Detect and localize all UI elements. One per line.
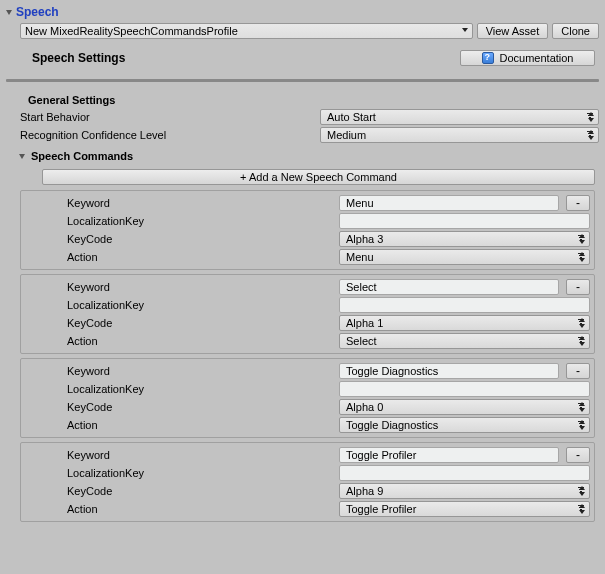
dropdown-handle-icon	[588, 130, 594, 140]
keyword-input[interactable]: Toggle Profiler	[339, 447, 559, 463]
confidence-label: Recognition Confidence Level	[6, 129, 316, 141]
action-dropdown[interactable]: Toggle Profiler	[339, 501, 590, 517]
confidence-dropdown[interactable]: Medium	[320, 127, 599, 143]
view-asset-button[interactable]: View Asset	[477, 23, 549, 39]
dropdown-handle-icon	[579, 402, 585, 412]
remove-command-button[interactable]: -	[566, 447, 590, 463]
divider	[6, 79, 599, 82]
dropdown-handle-icon	[579, 486, 585, 496]
speech-title: Speech	[16, 5, 59, 19]
speech-header[interactable]: Speech	[6, 3, 599, 21]
speech-command-block: Keyword Toggle Profiler - LocalizationKe…	[20, 442, 595, 522]
action-dropdown[interactable]: Toggle Diagnostics	[339, 417, 590, 433]
keyword-label: Keyword	[25, 197, 335, 209]
settings-title: Speech Settings	[10, 51, 460, 65]
profile-object-field[interactable]: New MixedRealitySpeechCommandsProfile	[20, 23, 473, 39]
start-behavior-dropdown[interactable]: Auto Start	[320, 109, 599, 125]
speech-commands-header[interactable]: Speech Commands	[6, 144, 599, 164]
action-label: Action	[25, 503, 335, 515]
dropdown-handle-icon	[579, 504, 585, 514]
keyword-label: Keyword	[25, 365, 335, 377]
keyword-input[interactable]: Menu	[339, 195, 559, 211]
documentation-button[interactable]: Documentation	[460, 50, 595, 66]
dropdown-handle-icon	[579, 336, 585, 346]
localizationkey-input[interactable]	[339, 465, 590, 481]
localizationkey-label: LocalizationKey	[25, 467, 335, 479]
speech-command-block: Keyword Menu - LocalizationKey KeyCode A…	[20, 190, 595, 270]
start-behavior-label: Start Behavior	[6, 111, 316, 123]
dropdown-handle-icon	[588, 112, 594, 122]
add-speech-command-button[interactable]: + Add a New Speech Command	[42, 169, 595, 185]
keycode-label: KeyCode	[25, 401, 335, 413]
action-label: Action	[25, 335, 335, 347]
keycode-dropdown[interactable]: Alpha 1	[339, 315, 590, 331]
dropdown-handle-icon	[579, 234, 585, 244]
foldout-icon	[6, 10, 12, 15]
localizationkey-input[interactable]	[339, 297, 590, 313]
keycode-dropdown[interactable]: Alpha 3	[339, 231, 590, 247]
keyword-label: Keyword	[25, 449, 335, 461]
keycode-dropdown[interactable]: Alpha 0	[339, 399, 590, 415]
action-label: Action	[25, 251, 335, 263]
remove-command-button[interactable]: -	[566, 279, 590, 295]
action-dropdown[interactable]: Select	[339, 333, 590, 349]
dropdown-handle-icon	[579, 420, 585, 430]
keycode-label: KeyCode	[25, 233, 335, 245]
localizationkey-input[interactable]	[339, 213, 590, 229]
profile-name: New MixedRealitySpeechCommandsProfile	[25, 25, 238, 37]
remove-command-button[interactable]: -	[566, 195, 590, 211]
keycode-label: KeyCode	[25, 317, 335, 329]
localizationkey-input[interactable]	[339, 381, 590, 397]
action-dropdown[interactable]: Menu	[339, 249, 590, 265]
keycode-label: KeyCode	[25, 485, 335, 497]
localizationkey-label: LocalizationKey	[25, 215, 335, 227]
general-settings-title: General Settings	[28, 94, 115, 106]
keycode-dropdown[interactable]: Alpha 9	[339, 483, 590, 499]
localizationkey-label: LocalizationKey	[25, 299, 335, 311]
foldout-icon	[19, 154, 25, 159]
help-icon	[482, 52, 494, 64]
keyword-input[interactable]: Select	[339, 279, 559, 295]
localizationkey-label: LocalizationKey	[25, 383, 335, 395]
remove-command-button[interactable]: -	[566, 363, 590, 379]
keyword-input[interactable]: Toggle Diagnostics	[339, 363, 559, 379]
dropdown-handle-icon	[579, 252, 585, 262]
speech-command-block: Keyword Select - LocalizationKey KeyCode…	[20, 274, 595, 354]
speech-command-block: Keyword Toggle Diagnostics - Localizatio…	[20, 358, 595, 438]
speech-commands-title: Speech Commands	[31, 150, 133, 162]
keyword-label: Keyword	[25, 281, 335, 293]
clone-button[interactable]: Clone	[552, 23, 599, 39]
dropdown-handle-icon	[579, 318, 585, 328]
action-label: Action	[25, 419, 335, 431]
